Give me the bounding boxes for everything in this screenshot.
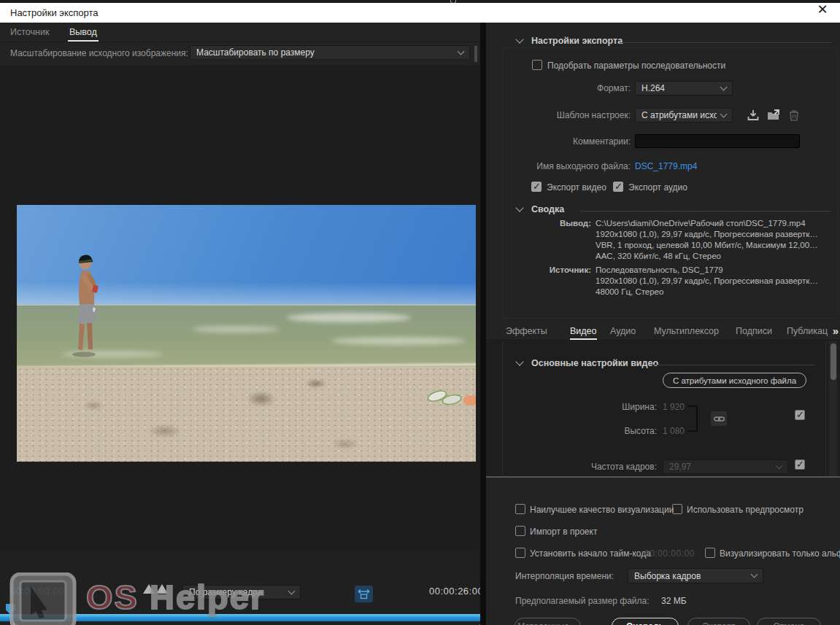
- tab-video[interactable]: Видео: [570, 326, 597, 336]
- person-on-beach: [62, 247, 109, 358]
- import-preset-icon: [767, 109, 780, 121]
- video-settings-scrollbar[interactable]: [829, 341, 837, 476]
- start-timecode-value: 00:00:00:00: [644, 548, 695, 559]
- framerate-value: 29,97: [669, 462, 772, 472]
- summary-source-line: 1920x1080 (1,0), 29,97 кадр/с, Прогресси…: [596, 276, 818, 285]
- panel-gripper[interactable]: [474, 46, 477, 62]
- tab-publish[interactable]: Публикац: [787, 326, 828, 336]
- best-quality-checkbox[interactable]: [515, 504, 525, 514]
- chevron-down-icon: [458, 47, 465, 55]
- transport-bar: 00:00:00:00 По размеру кадра 00:00:26:00…: [0, 552, 480, 625]
- interpolation-label: Интерполяция времени:: [515, 571, 614, 581]
- cancel-button[interactable]: Отмена: [757, 618, 821, 625]
- summary-output-label: Вывод:: [518, 219, 591, 228]
- tab-audio[interactable]: Аудио: [610, 326, 636, 336]
- set-start-timecode-label: Установить начало тайм-кода: [530, 548, 651, 559]
- export-video-label: Экспорт видео: [547, 182, 606, 193]
- tab-captions[interactable]: Подписи: [736, 326, 772, 336]
- chevron-down-icon: [720, 110, 728, 117]
- flip-flops: [425, 386, 476, 408]
- estimated-size-value: 32 МБ: [661, 596, 687, 606]
- summary-output-line: 1920x1080 (1,0), 29,97 кадр/с, Прогресси…: [596, 230, 818, 238]
- preview-pane: Источник Вывод Масштабирование исходного…: [0, 23, 480, 625]
- export-video-checkbox[interactable]: [531, 182, 542, 192]
- in-point-handle[interactable]: [13, 621, 23, 625]
- framerate-label: Частота кадров:: [566, 462, 657, 472]
- format-dropdown[interactable]: H.264: [635, 81, 733, 96]
- dimensions-lock-checkbox[interactable]: [795, 410, 805, 420]
- width-label: Ширина:: [584, 402, 657, 412]
- summary-output-line: AAC, 320 Кбит/с, 48 кГц, Стерео: [596, 252, 721, 260]
- basic-video-title: Основные настройки видео: [531, 358, 658, 368]
- format-label: Формат:: [543, 83, 631, 93]
- scaling-dropdown[interactable]: Масштабировать по размеру: [190, 45, 470, 60]
- basic-video-header[interactable]: Основные настройки видео: [517, 358, 658, 368]
- close-icon[interactable]: ✕: [814, 1, 831, 18]
- render-alpha-checkbox[interactable]: [705, 548, 715, 558]
- watermark-os: OS: [86, 578, 139, 616]
- queue-button[interactable]: Очередь: [612, 618, 679, 625]
- preview-tabbar: Источник Вывод: [0, 23, 480, 42]
- marker-triangle: [156, 584, 168, 594]
- interpolation-dropdown[interactable]: Выборка кадров: [628, 568, 763, 583]
- tabs-overflow-icon[interactable]: »: [833, 325, 839, 337]
- playhead-line: [10, 614, 11, 624]
- timeline-scrubber[interactable]: [0, 614, 485, 621]
- preview-zoom-dropdown[interactable]: По размеру кадра: [182, 585, 301, 599]
- scaling-row: Масштабирование исходного изображения: М…: [0, 42, 480, 65]
- fit-aspect-button[interactable]: [355, 586, 373, 602]
- current-timecode: 00:00:00:00: [10, 586, 64, 597]
- pane-divider[interactable]: [480, 23, 486, 625]
- tab-output[interactable]: Вывод: [69, 27, 97, 37]
- preview-zoom-value: По размеру кадра: [189, 587, 285, 597]
- framerate-dropdown[interactable]: 29,97: [663, 459, 788, 474]
- comments-input[interactable]: [635, 134, 800, 148]
- set-start-timecode-checkbox[interactable]: [515, 548, 525, 558]
- summary-header[interactable]: Сводка: [517, 204, 564, 214]
- width-value: 1 920: [663, 402, 685, 412]
- metadata-button[interactable]: Метаданные…: [515, 618, 581, 625]
- settings-tabbar: Эффекты Видео Аудио Мультиплексор Подпис…: [486, 321, 840, 341]
- match-source-button[interactable]: С атрибутами исходного файла: [663, 373, 806, 388]
- preset-dropdown[interactable]: С атрибутами исход…: [635, 108, 733, 123]
- output-name-label: Имя выходного файла:: [517, 161, 631, 171]
- scrollbar-thumb[interactable]: [831, 343, 836, 380]
- chevron-down-icon: [515, 357, 523, 365]
- export-button[interactable]: Экспорт: [687, 618, 750, 625]
- export-settings-header[interactable]: Настройки экспорта: [517, 36, 623, 46]
- chain-link-icon: [714, 416, 725, 422]
- summary-source-line: 48000 Гц, Стерео: [596, 287, 663, 296]
- summary-output-line: C:\Users\diami\OneDrive\Рабочий стол\DSC…: [596, 219, 806, 228]
- export-audio-checkbox[interactable]: [613, 182, 623, 192]
- format-value: H.264: [641, 83, 717, 93]
- import-preset-button[interactable]: [766, 108, 781, 123]
- framerate-lock-checkbox[interactable]: [795, 459, 805, 470]
- height-label: Высота:: [584, 426, 657, 436]
- tab-effects[interactable]: Эффекты: [506, 326, 547, 336]
- match-sequence-label: Подобрать параметры последовательности: [547, 61, 725, 71]
- tab-multiplexer[interactable]: Мультиплексор: [654, 326, 719, 336]
- chevron-down-icon: [751, 571, 758, 578]
- import-project-checkbox[interactable]: [515, 526, 525, 536]
- link-dimensions-button[interactable]: [711, 411, 727, 426]
- marker-triangle: [143, 584, 155, 594]
- fit-icon: [358, 589, 370, 599]
- tab-source[interactable]: Источник: [10, 27, 49, 37]
- summary-source-label: Источник:: [518, 265, 591, 274]
- summary-source-line: Последовательность, DSC_1779: [596, 265, 723, 274]
- window-title: Настройки экспорта: [10, 7, 99, 18]
- chevron-down-icon: [720, 83, 728, 90]
- video-preview-frame: [17, 205, 476, 462]
- playhead[interactable]: [6, 604, 15, 615]
- comments-label: Комментарии:: [543, 136, 631, 147]
- save-preset-button[interactable]: [746, 108, 760, 123]
- preset-value: С атрибутами исход…: [641, 110, 717, 120]
- chevron-down-icon: [288, 587, 296, 594]
- render-alpha-label: Визуализировать только альфа-: [720, 548, 840, 559]
- match-sequence-checkbox[interactable]: [532, 60, 542, 70]
- output-name-link[interactable]: DSC_1779.mp4: [635, 161, 697, 171]
- trash-icon: [789, 109, 799, 121]
- use-previews-checkbox[interactable]: [672, 504, 682, 514]
- delete-preset-button[interactable]: [787, 108, 801, 123]
- render-options: Наилучшее качество визуализации Использо…: [486, 478, 840, 625]
